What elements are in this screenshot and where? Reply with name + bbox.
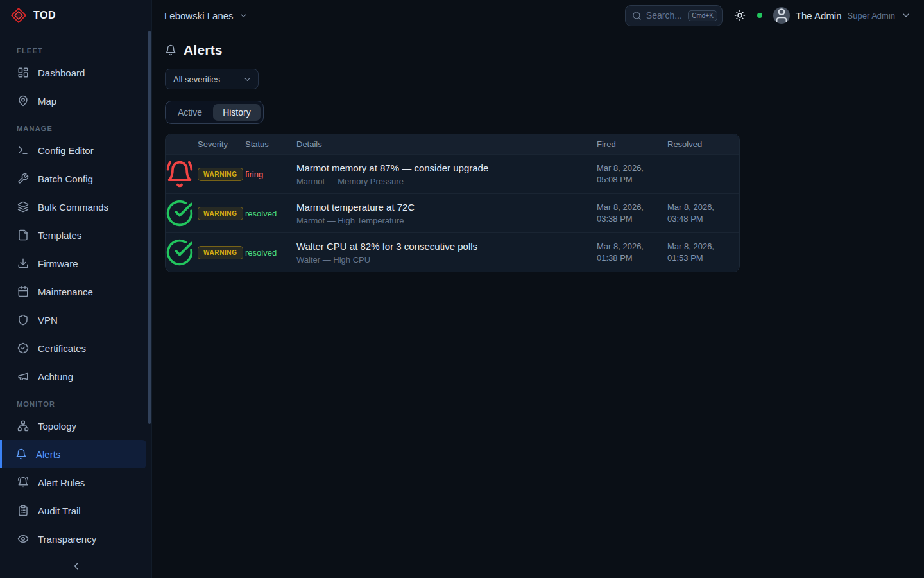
dashboard-grid-icon: [17, 67, 29, 78]
layers-icon: [17, 201, 29, 213]
resolved-cell: —: [667, 170, 739, 179]
search-box[interactable]: Cmd+K: [625, 5, 723, 26]
details-cell: Walter CPU at 82% for 3 consecutive poll…: [293, 241, 597, 265]
org-name: Lebowski Lanes: [164, 10, 234, 21]
sidebar-item-audit-trail[interactable]: Audit Trail: [0, 496, 146, 525]
sidebar-item-label: Templates: [38, 230, 81, 241]
user-icon: [773, 7, 790, 24]
sidebar-item-label: Firmware: [38, 258, 78, 269]
severity-cell: WARNING: [194, 168, 245, 181]
column-header-severity: Severity: [194, 139, 245, 149]
bell-icon: [15, 448, 27, 460]
org-selector[interactable]: Lebowski Lanes: [164, 10, 248, 21]
sidebar-item-alert-rules[interactable]: Alert Rules: [0, 468, 146, 496]
alerts-page: Alerts All severities Active History Sev…: [152, 31, 924, 578]
topbar: Lebowski Lanes Cmd+K The Admin: [152, 0, 924, 31]
fired-cell: Mar 8, 2026, 03:38 PM: [597, 202, 667, 224]
sidebar-item-alerts[interactable]: Alerts: [0, 440, 146, 468]
sun-icon: [734, 10, 746, 21]
sidebar: TOD FLEET Dashboard Map MANAGE Config Ed…: [0, 0, 152, 578]
sidebar-item-config-editor[interactable]: Config Editor: [0, 136, 146, 164]
column-header-details: Details: [293, 139, 597, 149]
sidebar-item-batch-config[interactable]: Batch Config: [0, 164, 146, 193]
resolved-cell: Mar 8, 2026, 01:53 PM: [667, 241, 739, 263]
sidebar-item-achtung[interactable]: Achtung: [0, 362, 146, 390]
fired-cell: Mar 8, 2026, 05:08 PM: [597, 162, 667, 185]
sidebar-footer: [0, 554, 151, 578]
user-name: The Admin: [796, 10, 842, 21]
details-cell: Marmot memory at 87% — consider upgrade …: [293, 162, 597, 186]
alert-subtitle: Marmot — Memory Pressure: [296, 177, 589, 186]
page-title: Alerts: [184, 42, 223, 58]
bell-alert-icon: [166, 160, 194, 188]
severity-filter-select[interactable]: All severities: [165, 69, 259, 89]
alert-title: Marmot temperature at 72C: [296, 202, 589, 213]
user-menu[interactable]: The Admin Super Admin: [773, 7, 911, 24]
resolved-cell: Mar 8, 2026, 03:48 PM: [667, 202, 739, 224]
tab-history[interactable]: History: [213, 104, 261, 121]
status-cell: resolved: [245, 248, 293, 258]
alert-title: Marmot memory at 87% — consider upgrade: [296, 162, 589, 173]
sidebar-item-map[interactable]: Map: [0, 87, 146, 115]
app-root: TOD FLEET Dashboard Map MANAGE Config Ed…: [0, 0, 924, 578]
sidebar-item-label: Certificates: [38, 343, 86, 354]
alert-subtitle: Walter — High CPU: [296, 255, 589, 265]
section-label-monitor: MONITOR: [0, 390, 151, 412]
sidebar-item-label: Maintenance: [38, 286, 93, 297]
sidebar-item-topology[interactable]: Topology: [0, 412, 146, 440]
user-role-badge: Super Admin: [848, 11, 895, 21]
sidebar-nav: FLEET Dashboard Map MANAGE Config Editor…: [0, 31, 151, 554]
fired-cell: Mar 8, 2026, 01:38 PM: [597, 241, 667, 263]
sidebar-item-maintenance[interactable]: Maintenance: [0, 277, 146, 306]
severity-badge: WARNING: [198, 168, 243, 181]
connection-status-dot: [757, 13, 762, 18]
sidebar-collapse-button[interactable]: [67, 557, 85, 575]
topbar-right: Cmd+K The Admin Super Admin: [625, 5, 911, 26]
table-header-row: Severity Status Details Fired Resolved: [166, 134, 739, 154]
clipboard-list-icon: [17, 505, 29, 516]
search-shortcut-badge: Cmd+K: [688, 10, 717, 21]
check-circle-icon: [166, 199, 194, 227]
sidebar-item-label: Bulk Commands: [38, 202, 108, 213]
sidebar-item-label: Topology: [38, 421, 76, 432]
diamond-logo-icon: [10, 7, 27, 24]
sidebar-item-templates[interactable]: Templates: [0, 221, 146, 249]
search-input[interactable]: [646, 10, 683, 21]
chevron-down-icon: [901, 10, 911, 21]
table-row[interactable]: WARNING firing Marmot memory at 87% — co…: [166, 154, 739, 193]
calendar-icon: [17, 286, 29, 297]
tab-active[interactable]: Active: [168, 104, 212, 121]
sidebar-item-certificates[interactable]: Certificates: [0, 334, 146, 362]
chevron-down-icon: [243, 74, 252, 84]
megaphone-icon: [17, 371, 29, 382]
details-cell: Marmot temperature at 72C Marmot — High …: [293, 202, 597, 225]
main-column: Lebowski Lanes Cmd+K The Admin: [152, 0, 924, 578]
theme-toggle-button[interactable]: [733, 9, 746, 22]
column-header-fired: Fired: [597, 139, 667, 149]
alert-subtitle: Marmot — High Temperature: [296, 216, 589, 225]
sidebar-item-dashboard[interactable]: Dashboard: [0, 58, 146, 87]
badge-check-icon: [17, 342, 29, 354]
severity-filter-value: All severities: [173, 74, 220, 84]
sidebar-item-label: Alert Rules: [38, 477, 85, 488]
alerts-tabs: Active History: [165, 101, 264, 124]
sidebar-item-label: VPN: [38, 315, 58, 326]
bell-icon: [165, 44, 176, 56]
table-row[interactable]: WARNING resolved Marmot temperature at 7…: [166, 193, 739, 232]
sidebar-item-transparency[interactable]: Transparency: [0, 525, 146, 553]
sidebar-item-label: Config Editor: [38, 145, 94, 156]
terminal-icon: [17, 144, 29, 156]
table-row[interactable]: WARNING resolved Walter CPU at 82% for 3…: [166, 232, 739, 272]
avatar: [773, 7, 790, 24]
sidebar-item-label: Batch Config: [38, 173, 93, 184]
sidebar-scrollbar[interactable]: [148, 31, 151, 424]
sidebar-item-firmware[interactable]: Firmware: [0, 249, 146, 277]
sidebar-item-label: Map: [38, 96, 56, 107]
page-title-row: Alerts: [165, 42, 911, 58]
sidebar-item-vpn[interactable]: VPN: [0, 306, 146, 334]
chevron-down-icon: [239, 11, 248, 21]
app-logo[interactable]: TOD: [0, 0, 151, 31]
chevron-left-icon: [71, 561, 81, 572]
sidebar-item-bulk-commands[interactable]: Bulk Commands: [0, 193, 146, 221]
alert-title: Walter CPU at 82% for 3 consecutive poll…: [296, 241, 589, 252]
